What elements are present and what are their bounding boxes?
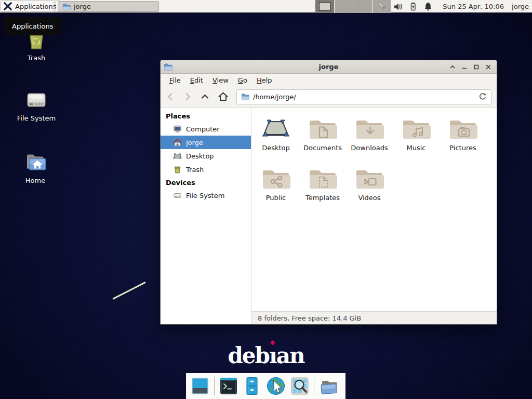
sidebar-item-trash[interactable]: Trash <box>161 163 251 176</box>
drive-icon <box>24 89 48 111</box>
window-title: jorge <box>161 63 497 71</box>
web-browser-icon[interactable] <box>266 376 286 396</box>
maximize-button[interactable] <box>473 63 480 71</box>
desktop-icon-label: Trash <box>28 54 45 62</box>
file-item-public[interactable]: Public <box>253 165 299 215</box>
file-item-pictures[interactable]: Pictures <box>440 115 486 165</box>
directory-menu-icon[interactable] <box>319 377 339 395</box>
camera-folder-icon <box>448 115 477 141</box>
file-label: Templates <box>305 194 340 202</box>
reload-icon[interactable] <box>478 92 487 101</box>
dock-separator <box>314 377 314 395</box>
applications-menu-label: Applications <box>15 3 56 10</box>
menu-view[interactable]: View <box>208 75 233 86</box>
close-button[interactable] <box>485 63 492 71</box>
taskbar-window-button[interactable]: jorge <box>58 1 159 12</box>
file-item-templates[interactable]: Templates <box>300 165 345 215</box>
workspace-window-preview <box>319 2 330 11</box>
sidebar-item-label: Trash <box>186 166 204 174</box>
path-entry[interactable]: /home/jorge/ <box>236 89 491 104</box>
workspace-1[interactable] <box>315 0 335 13</box>
path-value[interactable]: /home/jorge/ <box>253 93 475 101</box>
file-label: Desktop <box>262 144 290 152</box>
top-panel: Applications jorge Sun 25 Apr, 10:06 jor… <box>0 0 532 13</box>
share-folder-icon <box>261 165 290 191</box>
desktop-icon-home[interactable]: Home <box>10 151 60 184</box>
workspace-3[interactable] <box>353 0 373 13</box>
clipman-pen-icon[interactable] <box>377 2 388 12</box>
home-red-icon <box>173 138 182 147</box>
sidebar-item-filesystem[interactable]: File System <box>161 189 251 202</box>
dock-separator <box>214 377 215 395</box>
menu-help[interactable]: Help <box>252 75 277 86</box>
system-tray: Sun 25 Apr, 10:06 jorge <box>377 0 532 13</box>
file-item-desktop[interactable]: Desktop <box>253 115 299 165</box>
file-item-music[interactable]: Music <box>393 115 439 165</box>
file-label: Downloads <box>351 144 388 152</box>
notifications-bell-icon[interactable] <box>423 2 433 11</box>
desktop-icon-label: Home <box>25 177 45 184</box>
terminal-icon[interactable] <box>219 377 238 395</box>
menubar: File Edit View Go Help <box>161 74 497 86</box>
up-icon[interactable] <box>200 92 210 101</box>
applications-menu-button[interactable]: Applications <box>1 1 61 12</box>
menu-file[interactable]: File <box>165 75 185 86</box>
file-label: Videos <box>358 194 380 202</box>
computer-icon <box>173 125 182 134</box>
wallpaper-line-artifact <box>112 282 146 300</box>
menu-edit[interactable]: Edit <box>185 75 208 86</box>
back-icon[interactable] <box>166 92 175 101</box>
tasklist-handle[interactable] <box>54 2 56 11</box>
file-manager-icon[interactable] <box>243 377 261 395</box>
file-item-videos[interactable]: Videos <box>347 165 392 215</box>
file-label: Documents <box>303 144 342 152</box>
workspace-2[interactable] <box>335 0 354 13</box>
file-item-documents[interactable]: Documents <box>300 115 345 165</box>
file-item-downloads[interactable]: Downloads <box>347 115 392 165</box>
panel-clock[interactable]: Sun 25 Apr, 10:06 <box>443 3 504 10</box>
file-manager-window: jorge File Edit View Go Help <box>160 60 497 325</box>
sidebar-item-label: Computer <box>186 125 220 133</box>
toolbar: /home/jorge/ <box>161 86 497 108</box>
taskbar-window-label: jorge <box>74 3 91 10</box>
menu-go[interactable]: Go <box>233 75 252 86</box>
video-folder-icon <box>355 165 384 191</box>
battery-charging-icon[interactable] <box>408 2 418 11</box>
path-folder-icon <box>241 92 249 101</box>
sidebar-item-computer[interactable]: Computer <box>161 122 251 136</box>
xfce-logo-icon <box>3 2 12 11</box>
desktop-icon-filesystem[interactable]: File System <box>11 89 61 122</box>
trash-mini-icon <box>173 165 182 174</box>
sidebar-item-label: File System <box>186 192 224 200</box>
file-label: Pictures <box>449 144 476 152</box>
sidebar-item-desktop[interactable]: Desktop <box>161 149 251 163</box>
sidebar: Places Computer jorge Desktop <box>161 108 251 324</box>
window-titlebar[interactable]: jorge <box>161 60 497 74</box>
volume-icon[interactable] <box>393 2 403 11</box>
shade-button[interactable] <box>449 63 456 71</box>
debian-wallpaper-logo: debıan <box>0 343 532 368</box>
folder-icon <box>62 3 71 11</box>
sidebar-header-places: Places <box>161 110 251 122</box>
dock <box>186 373 345 399</box>
sidebar-item-jorge[interactable]: jorge <box>161 136 251 149</box>
home-icon[interactable] <box>218 91 229 102</box>
template-folder-icon <box>308 165 337 191</box>
panel-username[interactable]: jorge <box>512 3 529 10</box>
show-desktop-icon[interactable] <box>191 377 209 395</box>
logo-text-pre: deb <box>228 343 269 368</box>
logo-text-post: an <box>276 343 304 368</box>
desktop-pad-icon <box>261 115 290 141</box>
sidebar-item-label: Desktop <box>186 152 214 160</box>
applications-tooltip: Applications <box>4 17 61 35</box>
forward-icon[interactable] <box>183 92 192 101</box>
minimize-button[interactable] <box>461 63 468 71</box>
file-label: Public <box>266 194 286 202</box>
sidebar-header-devices: Devices <box>161 176 251 189</box>
home-folder-icon <box>23 151 48 174</box>
desktop-icon-label: File System <box>17 114 56 122</box>
document-folder-icon <box>308 115 337 141</box>
desktop-mini-icon <box>173 152 182 161</box>
application-finder-icon[interactable] <box>290 377 309 395</box>
file-grid: Desktop Documents <box>251 108 497 311</box>
